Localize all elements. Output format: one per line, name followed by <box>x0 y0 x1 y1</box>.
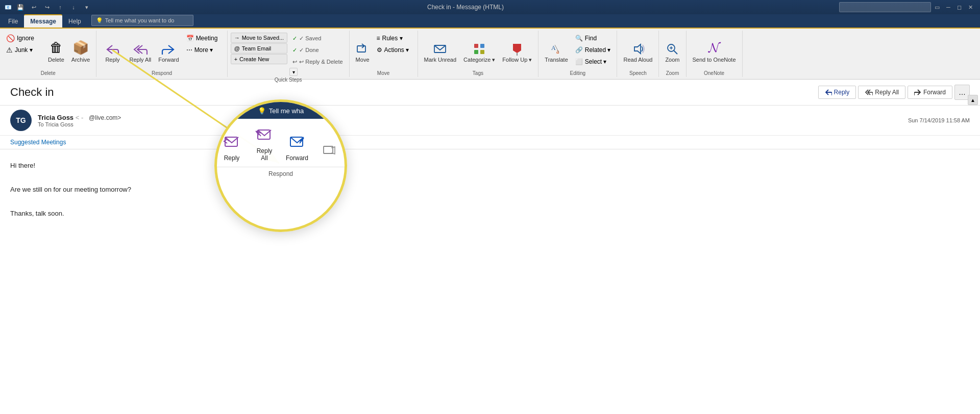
qs-reply-delete[interactable]: ↩ ↩ Reply & Delete <box>289 56 346 67</box>
saved-icon: ✓ <box>292 35 297 42</box>
zoom-reply-button[interactable]: Reply <box>219 132 244 162</box>
read-aloud-button[interactable]: Read Aloud <box>620 32 655 65</box>
ignore-button[interactable]: 🚫 Ignore <box>3 33 44 44</box>
redo-btn[interactable]: ↪ <box>42 2 52 12</box>
zoom-tell-me-bar[interactable]: 💡 Tell me wha <box>217 102 345 119</box>
editing-group-inner: A a Translate 🔍 Find 🔗 Related ▾ ⬜ Selec… <box>542 32 614 69</box>
zoom-respond-label: Respond <box>217 167 345 177</box>
mail-reply-all-button[interactable]: Reply All <box>858 86 905 99</box>
delete-group-inner: 🚫 Ignore ⚠ Junk ▾ 🗑 Delete 📦 Archive <box>3 32 93 69</box>
more-label: More ▾ <box>194 46 213 54</box>
svg-rect-3 <box>474 44 478 48</box>
categorize-button[interactable]: Categorize ▾ <box>460 32 498 65</box>
group-zoom: Zoom Zoom <box>659 31 686 77</box>
reply-all-button[interactable]: Reply All <box>126 32 154 65</box>
meeting-button[interactable]: 📅 Meeting <box>183 33 224 44</box>
tell-me-bar[interactable]: 💡 Tell me what you want to do <box>91 15 193 26</box>
more-button[interactable]: ⋯ More ▾ <box>183 44 224 56</box>
svg-rect-0 <box>357 46 365 52</box>
qs-team-email[interactable]: @ Team Email <box>231 43 288 54</box>
move-to-saved-icon: → <box>234 35 240 41</box>
ribbon-display-btn[interactable]: ▭ <box>932 2 942 12</box>
related-button[interactable]: 🔗 Related ▾ <box>572 44 614 56</box>
more-dots-icon: … <box>959 88 966 96</box>
save-btn[interactable]: 💾 <box>15 2 26 12</box>
restore-btn[interactable]: ◻ <box>954 2 965 12</box>
tab-message[interactable]: Message <box>24 14 62 28</box>
suggested-meetings[interactable]: Suggested Meetings <box>0 136 980 149</box>
qs-create-new[interactable]: + Create New <box>231 54 288 64</box>
reply-button[interactable]: Reply <box>100 32 125 65</box>
send-to-onenote-button[interactable]: 𝓝 Send to OneNote <box>690 32 739 65</box>
up-btn[interactable]: ↑ <box>55 2 65 12</box>
move-button[interactable]: Move <box>353 32 373 65</box>
qs-expand-btn[interactable]: ▾ <box>289 68 298 76</box>
title-search[interactable] <box>839 2 931 12</box>
minimize-btn[interactable]: ─ <box>943 2 953 12</box>
title-bar-left: 📧 💾 ↩ ↪ ↑ ↓ ▾ <box>4 2 92 12</box>
reply-delete-label: ↩ Reply & Delete <box>299 59 342 65</box>
mail-forward-label: Forward <box>923 89 946 96</box>
ribbon-collapse-btn[interactable]: ▲ <box>968 95 978 105</box>
zoom-respond-section: Reply ReplyAll <box>217 119 345 229</box>
rules-button[interactable]: ≡ Rules ▾ <box>374 33 414 44</box>
delete-button[interactable]: 🗑 Delete <box>45 32 67 65</box>
editing-group-label: Editing <box>570 70 586 76</box>
categorize-icon <box>473 42 486 56</box>
group-speech: Read Aloud Speech <box>617 31 659 77</box>
group-move: Move ≡ Rules ▾ ⚙ Actions ▾ Move <box>350 31 418 77</box>
group-editing: A a Translate 🔍 Find 🔗 Related ▾ ⬜ Selec… <box>538 31 617 77</box>
follow-up-button[interactable]: Follow Up ▾ <box>499 32 535 65</box>
find-button[interactable]: 🔍 Find <box>572 33 614 44</box>
zoom-button[interactable]: Zoom <box>662 32 682 65</box>
qs-done[interactable]: ✓ ✓ Done <box>289 44 346 56</box>
forward-label: Forward <box>158 57 179 63</box>
zoom-forward-button[interactable]: Forward <box>285 132 309 162</box>
junk-button[interactable]: ⚠ Junk ▾ <box>3 44 44 56</box>
translate-button[interactable]: A a Translate <box>542 32 571 65</box>
svg-rect-5 <box>474 50 478 54</box>
zoom-reply-all-button[interactable]: ReplyAll <box>252 125 277 162</box>
group-onenote: 𝓝 Send to OneNote OneNote <box>687 31 743 77</box>
onenote-group-label: OneNote <box>704 70 724 76</box>
close-btn[interactable]: ✕ <box>966 2 976 12</box>
select-label: Select ▾ <box>585 58 607 65</box>
customize-btn[interactable]: ▾ <box>82 2 92 12</box>
zoom-reply-all-label: ReplyAll <box>257 147 273 162</box>
down-btn[interactable]: ↓ <box>68 2 79 12</box>
select-button[interactable]: ⬜ Select ▾ <box>572 56 614 67</box>
archive-button[interactable]: 📦 Archive <box>68 32 93 65</box>
actions-icon: ⚙ <box>377 46 382 54</box>
zoom-reply-icon <box>222 134 241 150</box>
suggested-meetings-label: Suggested Meetings <box>10 139 66 146</box>
zoom-reply-all-box <box>252 125 277 145</box>
follow-up-label: Follow Up ▾ <box>502 57 532 63</box>
qs-right: ✓ ✓ Saved ✓ ✓ Done ↩ ↩ Reply & Delete ▾ <box>289 32 346 76</box>
qs-move-to-saved[interactable]: → Move to Saved... <box>231 33 288 43</box>
actions-button[interactable]: ⚙ Actions ▾ <box>374 44 414 56</box>
tab-file[interactable]: File <box>2 15 24 28</box>
mail-reply-label: Reply <box>834 89 850 96</box>
mark-unread-button[interactable]: Mark Unread <box>421 32 460 65</box>
svg-line-14 <box>674 50 677 54</box>
mail-forward-button[interactable]: Forward <box>908 86 952 99</box>
rules-label: Rules ▾ <box>382 35 403 42</box>
forward-button[interactable]: Forward <box>155 32 182 65</box>
zoom-group-inner: Zoom <box>662 32 682 69</box>
zoom-content: 💡 Tell me wha Reply <box>217 102 345 229</box>
tab-help[interactable]: Help <box>62 15 87 28</box>
reply-all-label: Reply All <box>129 57 151 63</box>
undo-btn[interactable]: ↩ <box>29 2 39 12</box>
mail-reply-button[interactable]: Reply <box>818 86 856 99</box>
tags-group-inner: Mark Unread Categorize ▾ Follow Up ▾ <box>421 32 535 69</box>
zoom-group-label: Zoom <box>666 70 679 76</box>
group-quick-steps: → Move to Saved... @ Team Email + Create… <box>228 31 350 77</box>
title-bar: 📧 💾 ↩ ↪ ↑ ↓ ▾ Check in - Message (HTML) … <box>0 0 980 14</box>
qs-saved[interactable]: ✓ ✓ Saved <box>289 33 346 44</box>
forward-icon <box>161 43 176 56</box>
svg-rect-4 <box>480 44 484 48</box>
zoom-reply-label: Reply <box>224 154 240 162</box>
related-icon: 🔗 <box>575 46 583 54</box>
zoom-extra-button[interactable] <box>317 141 342 162</box>
mail-area: Check in Reply Reply All <box>0 80 980 414</box>
